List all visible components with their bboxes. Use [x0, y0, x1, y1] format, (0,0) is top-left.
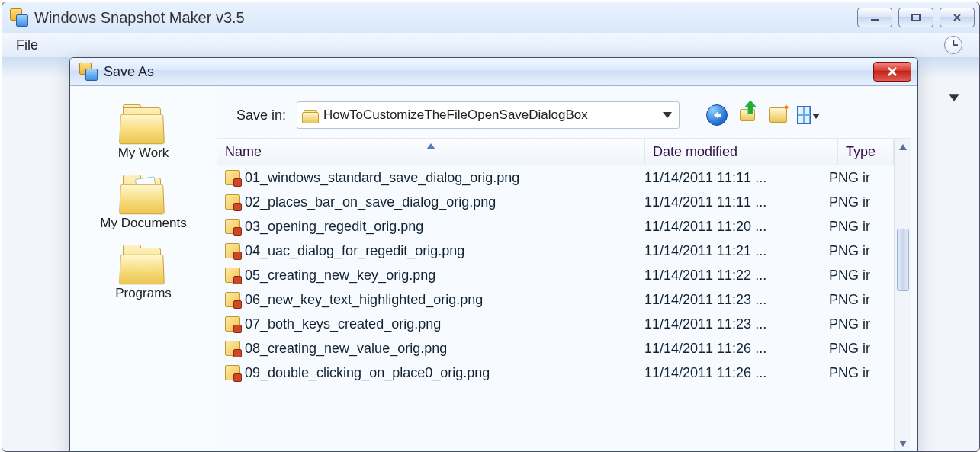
file-row[interactable]: 05_creating_new_key_orig.png11/14/2011 1… [217, 263, 894, 287]
folder-icon [302, 108, 319, 122]
app-icon [10, 8, 28, 27]
png-file-icon [225, 341, 240, 356]
file-type: PNG ir [821, 170, 894, 186]
file-type: PNG ir [821, 365, 894, 381]
dialog-close-button[interactable] [873, 62, 911, 82]
scroll-track[interactable] [895, 155, 911, 435]
clock-icon[interactable] [944, 36, 962, 54]
folder-icon [120, 245, 167, 283]
new-folder-button[interactable]: ✦ [766, 104, 789, 127]
file-row[interactable]: 07_both_keys_created_orig.png11/14/2011 … [217, 312, 894, 336]
close-button[interactable] [940, 8, 975, 27]
save-in-dropdown[interactable]: HowToCustomizeTheFileOpenSaveDialogBox [297, 101, 680, 129]
png-file-icon [225, 170, 240, 185]
chevron-down-icon [660, 108, 674, 122]
file-date: 11/14/2011 11:20 ... [637, 219, 821, 235]
file-list: Name Date modified Type 01_windows_stand… [217, 139, 894, 452]
file-name: 09_double_clicking_on_place0_orig.png [245, 365, 490, 381]
png-file-icon [225, 292, 240, 307]
places-bar: My WorkMy DocumentsPrograms [70, 86, 217, 452]
folder-icon [120, 175, 167, 213]
nav-back-button[interactable] [705, 104, 728, 127]
png-file-icon [225, 219, 240, 234]
place-item[interactable]: My Documents [100, 175, 186, 231]
file-row[interactable]: 04_uac_dialog_for_regedit_orig.png11/14/… [217, 239, 894, 263]
place-label: My Documents [100, 216, 186, 231]
file-name: 02_places_bar_on_save_dialog_orig.png [245, 194, 496, 210]
file-name: 05_creating_new_key_orig.png [245, 268, 435, 284]
sparkle-icon: ✦ [782, 101, 791, 114]
column-header-name-label: Name [225, 144, 262, 160]
file-type: PNG ir [821, 219, 894, 235]
file-type: PNG ir [821, 194, 894, 210]
dialog-titlebar: Save As [70, 58, 917, 86]
png-file-icon [225, 365, 240, 380]
dialog-title: Save As [104, 64, 154, 80]
maximize-button[interactable] [898, 8, 933, 27]
file-type: PNG ir [821, 268, 894, 284]
png-file-icon [225, 194, 240, 210]
column-header-name[interactable]: Name [217, 139, 645, 165]
file-name: 04_uac_dialog_for_regedit_orig.png [245, 243, 464, 259]
file-date: 11/14/2011 11:23 ... [637, 292, 821, 308]
views-icon [797, 106, 811, 124]
place-item[interactable]: Programs [115, 245, 172, 301]
file-row[interactable]: 02_places_bar_on_save_dialog_orig.png11/… [217, 190, 894, 214]
chevron-down-icon [812, 109, 820, 122]
place-label: Programs [115, 286, 172, 301]
column-header-type[interactable]: Type [838, 139, 894, 165]
file-date: 11/14/2011 11:22 ... [637, 268, 821, 284]
nav-up-button[interactable] [736, 104, 759, 127]
file-date: 11/14/2011 11:26 ... [637, 341, 821, 357]
main-title: Windows Snapshot Maker v3.5 [34, 9, 857, 27]
file-date: 11/14/2011 11:11 ... [637, 170, 821, 186]
place-item[interactable]: My Work [118, 104, 169, 161]
png-file-icon [225, 243, 240, 258]
column-header-type-label: Type [846, 144, 876, 160]
file-date: 11/14/2011 11:11 ... [637, 194, 821, 210]
menubar: File [2, 33, 979, 57]
save-as-dialog: Save As My WorkMy DocumentsPrograms Save… [69, 57, 918, 452]
file-name: 07_both_keys_created_orig.png [245, 316, 441, 332]
scroll-down-button[interactable] [895, 435, 911, 452]
column-header-date[interactable]: Date modified [645, 139, 838, 165]
file-type: PNG ir [821, 243, 894, 259]
column-headers: Name Date modified Type [217, 139, 894, 165]
minimize-button[interactable] [857, 8, 892, 27]
sort-asc-icon [426, 139, 435, 153]
place-label: My Work [118, 146, 169, 161]
menu-file[interactable]: File [10, 36, 44, 55]
main-titlebar: Windows Snapshot Maker v3.5 [2, 2, 979, 33]
scroll-up-button[interactable] [895, 139, 911, 155]
png-file-icon [225, 316, 240, 332]
file-name: 06_new_key_text_highlighted_orig.png [245, 292, 483, 308]
file-name: 03_opening_regedit_orig.png [245, 219, 423, 235]
file-type: PNG ir [821, 341, 894, 357]
file-type: PNG ir [821, 292, 894, 308]
vertical-scrollbar[interactable] [894, 139, 911, 452]
save-in-value: HowToCustomizeTheFileOpenSaveDialogBox [323, 107, 656, 123]
file-row[interactable]: 09_double_clicking_on_place0_orig.png11/… [217, 361, 894, 385]
file-row[interactable]: 01_windows_standard_save_dialog_orig.png… [217, 165, 894, 190]
file-row[interactable]: 03_opening_regedit_orig.png11/14/2011 11… [217, 214, 894, 239]
scroll-thumb[interactable] [897, 229, 909, 291]
save-in-label: Save in: [217, 107, 286, 123]
views-button[interactable] [797, 104, 820, 127]
file-date: 11/14/2011 11:23 ... [637, 316, 821, 332]
file-date: 11/14/2011 11:26 ... [637, 365, 821, 381]
column-header-date-label: Date modified [653, 144, 737, 160]
file-date: 11/14/2011 11:21 ... [637, 243, 821, 259]
file-name: 08_creating_new_value_orig.png [245, 341, 447, 357]
svg-rect-1 [912, 14, 920, 21]
file-type: PNG ir [821, 316, 894, 332]
png-file-icon [225, 268, 240, 283]
file-row[interactable]: 08_creating_new_value_orig.png11/14/2011… [217, 336, 894, 361]
save-in-row: Save in: HowToCustomizeTheFileOpenSaveDi… [217, 86, 917, 138]
folder-icon [120, 104, 167, 143]
file-row[interactable]: 06_new_key_text_highlighted_orig.png11/1… [217, 287, 894, 312]
dropdown-arrow[interactable] [943, 86, 966, 108]
file-name: 01_windows_standard_save_dialog_orig.png [245, 170, 519, 186]
dialog-app-icon [79, 63, 98, 81]
